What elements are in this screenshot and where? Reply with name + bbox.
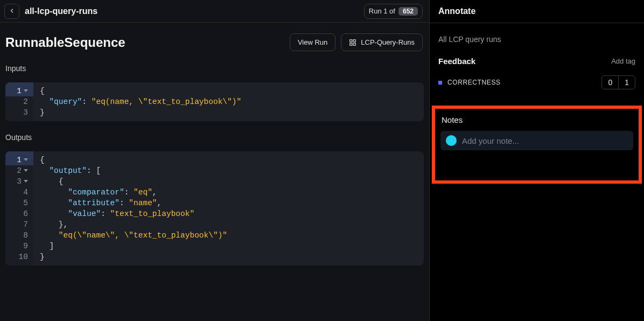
code-content: "value": "text_to_playbook" <box>33 208 424 219</box>
gutter: 3 <box>5 176 33 187</box>
gutter: 1 <box>5 82 33 96</box>
gutter: 10 <box>5 252 33 266</box>
notes-highlight-box: Notes <box>432 106 642 184</box>
code-content: "comparator": "eq", <box>33 187 424 198</box>
svg-rect-3 <box>353 43 355 45</box>
note-input-wrap[interactable] <box>440 131 633 150</box>
code-line: 3 { <box>5 176 424 187</box>
code-line: 2 "query": "eq(name, \"text_to_playbook\… <box>5 96 424 107</box>
code-content: } <box>33 252 424 266</box>
svg-rect-2 <box>350 43 352 45</box>
main-panel: all-lcp-query-runs Run 1 of 652 Runnable… <box>0 0 430 321</box>
gutter: 6 <box>5 208 33 219</box>
code-content: "output": [ <box>33 165 424 176</box>
tag-button-label: LCP-Query-Runs <box>361 38 415 46</box>
code-line: 10} <box>5 252 424 266</box>
gutter: 2 <box>5 96 33 107</box>
grid-icon <box>349 39 356 46</box>
code-content: }, <box>33 219 424 230</box>
gutter: 4 <box>5 187 33 198</box>
square-icon <box>438 81 442 85</box>
code-line: 5 "attribute": "name", <box>5 198 424 208</box>
code-content: { <box>33 176 424 187</box>
code-content: } <box>33 107 424 121</box>
inputs-codeblock[interactable]: 1{2 "query": "eq(name, \"text_to_playboo… <box>5 82 424 121</box>
code-line: 1{ <box>5 82 424 96</box>
chevron-left-icon <box>9 7 15 16</box>
code-line: 2 "output": [ <box>5 165 424 176</box>
code-content: "attribute": "name", <box>33 198 424 208</box>
code-content: "query": "eq(name, \"text_to_playbook\")… <box>33 96 424 107</box>
code-line: 3} <box>5 107 424 121</box>
correctness-label: CORRECTNESS <box>447 79 501 86</box>
gutter: 7 <box>5 219 33 230</box>
view-run-button[interactable]: View Run <box>290 33 335 51</box>
notes-label: Notes <box>440 115 633 124</box>
score-toggle: 0 1 <box>601 75 635 89</box>
code-line: 6 "value": "text_to_playbook" <box>5 208 424 219</box>
outputs-label: Outputs <box>5 133 424 142</box>
svg-rect-1 <box>353 39 355 41</box>
note-input[interactable] <box>462 136 628 145</box>
code-content: "eq(\"name\", \"text_to_playbook\")" <box>33 230 424 241</box>
back-button[interactable] <box>4 4 19 19</box>
run-of-label: Run 1 of <box>369 7 395 15</box>
avatar <box>446 135 457 146</box>
annotate-sidebar: Annotate All LCP query runs Feedback Add… <box>430 0 644 321</box>
inputs-section: Inputs <box>0 57 429 82</box>
score-0-button[interactable]: 0 <box>602 76 618 89</box>
page-title: RunnableSequence <box>5 35 125 50</box>
gutter: 5 <box>5 198 33 208</box>
code-content: ] <box>33 241 424 252</box>
breadcrumb: all-lcp-query-runs <box>25 6 97 16</box>
tag-button[interactable]: LCP-Query-Runs <box>341 33 423 51</box>
annotate-subtitle: All LCP query runs <box>438 35 635 44</box>
gutter: 8 <box>5 230 33 241</box>
topbar: all-lcp-query-runs Run 1 of 652 <box>0 0 429 23</box>
run-total: 652 <box>398 7 418 16</box>
inputs-label: Inputs <box>5 64 424 73</box>
view-run-label: View Run <box>298 38 327 46</box>
code-line: 1{ <box>5 151 424 165</box>
code-line: 9 ] <box>5 241 424 252</box>
outputs-codeblock[interactable]: 1{2 "output": [3 {4 "comparator": "eq",5… <box>5 151 424 266</box>
code-line: 4 "comparator": "eq", <box>5 187 424 198</box>
correctness-row: CORRECTNESS 0 1 <box>438 75 635 89</box>
code-content: { <box>33 82 424 96</box>
annotate-title: Annotate <box>430 0 644 23</box>
title-row: RunnableSequence View Run LCP-Query-Runs <box>0 23 429 57</box>
code-line: 7 }, <box>5 219 424 230</box>
run-count-badge[interactable]: Run 1 of 652 <box>364 4 423 19</box>
feedback-label: Feedback <box>438 57 475 66</box>
gutter: 2 <box>5 165 33 176</box>
code-line: 8 "eq(\"name\", \"text_to_playbook\")" <box>5 230 424 241</box>
gutter: 3 <box>5 107 33 121</box>
gutter: 9 <box>5 241 33 252</box>
gutter: 1 <box>5 151 33 165</box>
svg-rect-0 <box>350 39 352 41</box>
score-1-button[interactable]: 1 <box>618 76 635 89</box>
outputs-section: Outputs <box>0 121 429 151</box>
add-tag-button[interactable]: Add tag <box>611 57 635 65</box>
code-content: { <box>33 151 424 165</box>
